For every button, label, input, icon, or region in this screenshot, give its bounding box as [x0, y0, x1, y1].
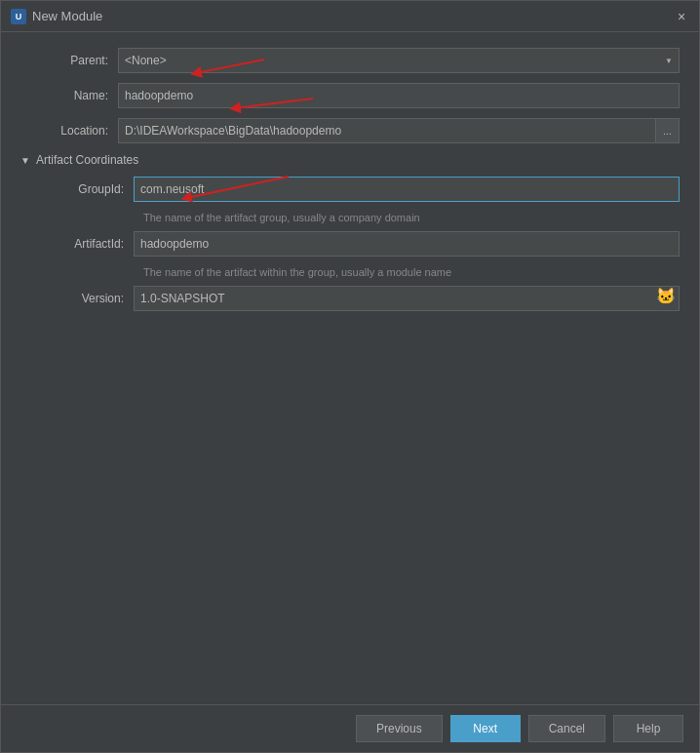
dialog-footer: Previous Next Cancel Help — [1, 704, 699, 752]
location-label: Location: — [20, 124, 118, 138]
version-control: 🐱 — [134, 286, 680, 311]
location-control: ... — [118, 118, 680, 143]
version-input[interactable] — [134, 286, 680, 311]
artifactid-input[interactable] — [134, 231, 680, 257]
title-bar-left: U New Module — [11, 9, 102, 24]
previous-button[interactable]: Previous — [356, 715, 443, 742]
name-label: Name: — [20, 89, 118, 102]
help-button[interactable]: Help — [613, 715, 683, 742]
dropdown-arrow-icon: ▼ — [665, 57, 673, 65]
title-bar: U New Module × — [1, 1, 699, 32]
name-input[interactable] — [118, 83, 680, 108]
browse-button[interactable]: ... — [656, 118, 680, 143]
form-content: Parent: <None> ▼ Name: Location: ... — [1, 32, 699, 704]
parent-row: Parent: <None> ▼ — [20, 48, 680, 73]
artifactid-label: ArtifactId: — [36, 237, 134, 251]
artifact-section-title: Artifact Coordinates — [36, 153, 138, 167]
groupid-input[interactable] — [134, 177, 680, 202]
parent-dropdown[interactable]: <None> ▼ — [118, 48, 680, 73]
cancel-button[interactable]: Cancel — [528, 715, 605, 742]
artifactid-control — [134, 231, 680, 257]
name-control — [118, 83, 680, 108]
dialog-window: U New Module × Parent: — [0, 0, 700, 753]
groupid-row: GroupId: — [36, 177, 680, 202]
location-input[interactable] — [118, 118, 656, 143]
location-input-group: ... — [118, 118, 680, 143]
artifact-section-content: GroupId: The name of the artifact group,… — [20, 177, 680, 311]
artifact-section-header: ▼ Artifact Coordinates — [20, 153, 680, 167]
next-button[interactable]: Next — [450, 715, 521, 742]
groupid-label: GroupId: — [36, 182, 134, 196]
section-toggle-icon[interactable]: ▼ — [20, 155, 30, 166]
name-row: Name: — [20, 83, 680, 108]
groupid-control — [134, 177, 680, 202]
window-title: New Module — [32, 9, 102, 23]
close-button[interactable]: × — [674, 9, 689, 24]
groupid-hint: The name of the artifact group, usually … — [143, 212, 680, 223]
version-row: Version: 🐱 — [36, 286, 680, 311]
version-label: Version: — [36, 292, 134, 305]
artifactid-row: ArtifactId: — [36, 231, 680, 257]
artifactid-hint: The name of the artifact within the grou… — [143, 266, 680, 278]
app-icon: U — [11, 9, 26, 24]
parent-control: <None> ▼ — [118, 48, 680, 73]
cat-icon: 🐱 — [656, 289, 676, 308]
location-row: Location: ... — [20, 118, 680, 143]
parent-dropdown-value: <None> — [125, 54, 167, 67]
parent-label: Parent: — [20, 54, 118, 67]
